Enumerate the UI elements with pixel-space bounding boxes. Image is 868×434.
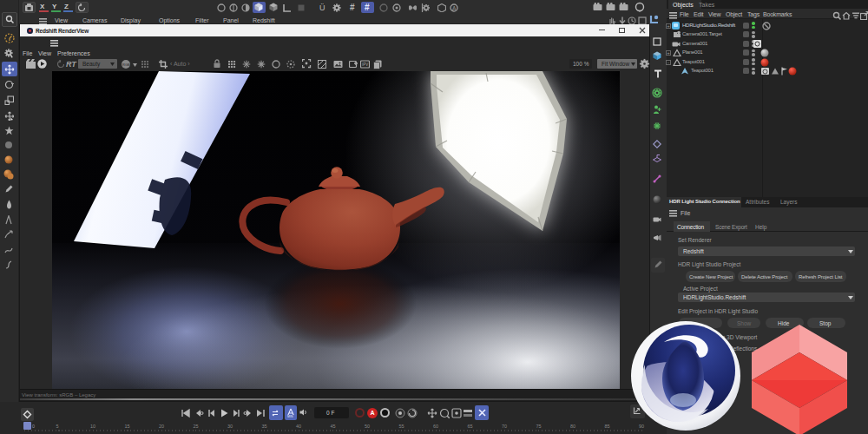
svg-text:MIN: MIN — [287, 415, 293, 418]
svg-text:A: A — [452, 5, 457, 11]
svg-text:IPV: IPV — [362, 62, 368, 67]
